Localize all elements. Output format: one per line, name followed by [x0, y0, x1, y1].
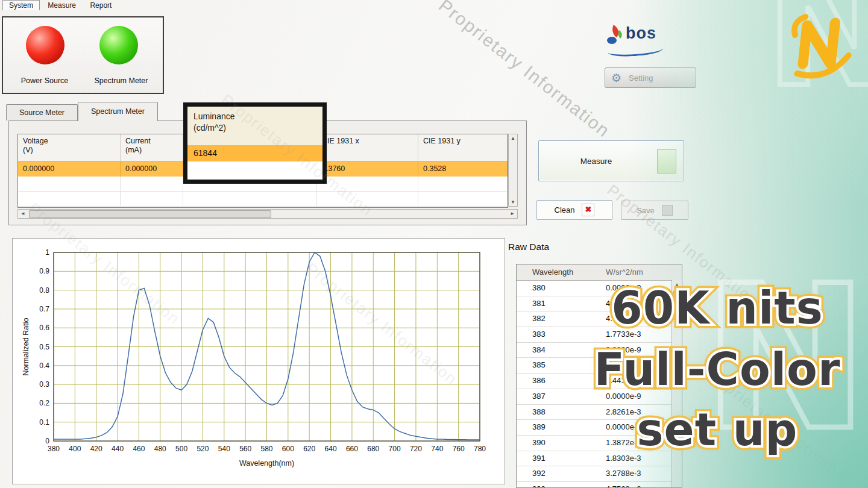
svg-text:0.8: 0.8 [39, 286, 49, 295]
luminance-value: 61844 [187, 145, 322, 161]
svg-text:740: 740 [431, 445, 443, 453]
brand-logo-text: bos [626, 24, 656, 43]
raw-data-row: 3862.4415e-3 [517, 374, 682, 389]
svg-text:560: 560 [239, 445, 251, 453]
svg-text:0.4: 0.4 [39, 361, 49, 370]
svg-text:700: 700 [389, 445, 401, 453]
measurement-cell: 0.000000 [121, 161, 183, 177]
save-button-icon [662, 205, 673, 216]
measure-button-label: Measure [539, 141, 653, 181]
power-source-label: Power Source [8, 77, 81, 85]
svg-text:520: 520 [197, 445, 209, 453]
svg-text:580: 580 [260, 445, 272, 453]
setting-button[interactable]: ⚙ Setting [605, 67, 696, 88]
luminance-callout-header: Luminance (cd/m^2) [187, 107, 322, 134]
svg-text:400: 400 [69, 445, 81, 453]
svg-text:600: 600 [282, 445, 294, 453]
setting-button-label: Setting [629, 74, 653, 83]
table-horizontal-scrollbar[interactable]: ◄ ► [17, 209, 518, 219]
intech-logo-icon [782, 7, 861, 80]
raw-data-row: 3831.7733e-3 [517, 327, 682, 343]
svg-text:540: 540 [218, 445, 230, 453]
giant-n-outline-watermark: N [766, 0, 868, 108]
clean-button[interactable]: Clean ✖ [536, 200, 612, 220]
menu-item-measure[interactable]: Measure [42, 1, 82, 10]
iboson-logo-icon [606, 24, 623, 45]
scroll-up-icon[interactable]: ▲ [672, 282, 682, 287]
svg-text:0.7: 0.7 [39, 305, 49, 313]
save-button-label: Save [637, 206, 655, 215]
scroll-right-icon[interactable]: ► [508, 210, 517, 218]
measure-button-icon [657, 149, 676, 174]
tab-spectrum-meter[interactable]: Spectrum Meter [78, 102, 158, 121]
brand-swoosh [607, 43, 663, 58]
horizontal-scroll-thumb[interactable] [29, 210, 271, 218]
column-header-current[interactable]: Current(mA) [121, 134, 183, 161]
svg-text:380: 380 [48, 445, 60, 453]
table-vertical-scrollbar[interactable]: ▲ ▼ [508, 134, 518, 207]
svg-text:0.6: 0.6 [39, 324, 49, 332]
raw-data-column-wavelength: Wavelength [517, 264, 606, 280]
raw-data-row: 3901.3872e-3 [517, 436, 682, 451]
raw-data-row: 3800.0000e-9 [517, 281, 682, 296]
measure-button[interactable]: Measure [538, 140, 684, 181]
spectrum-meter-status-icon [99, 26, 138, 64]
svg-text:680: 680 [367, 445, 379, 453]
red-x-icon: ✖ [582, 204, 594, 216]
spectrum-meter-label: Spectrum Meter [83, 77, 160, 85]
raw-data-rows: 3800.0000e-93814.6176e-33824.9277e-33831… [517, 281, 682, 488]
raw-data-row: 3824.9277e-3 [517, 311, 682, 327]
raw-data-row: 3870.0000e-9 [517, 389, 682, 405]
power-source-status-icon [26, 26, 64, 64]
app-window: System Measure Report Power Source Spect… [0, 0, 868, 488]
column-header-cie-1931-x[interactable]: CIE 1931 x [317, 134, 418, 161]
raw-data-title: Raw Data [508, 242, 549, 252]
scroll-down-icon[interactable]: ▼ [509, 199, 517, 205]
watermark-text: Proprietary Information [700, 361, 859, 488]
save-button[interactable]: Save [621, 201, 688, 220]
raw-data-header: Wavelength W/sr^2/nm [517, 264, 682, 281]
svg-text:640: 640 [325, 445, 337, 453]
svg-text:0.1: 0.1 [39, 418, 49, 427]
svg-text:720: 720 [410, 445, 422, 453]
svg-text:780: 780 [474, 445, 486, 453]
svg-text:0.3: 0.3 [39, 380, 49, 389]
svg-text:660: 660 [346, 445, 358, 453]
raw-data-row: 3882.8261e-3 [517, 405, 682, 421]
raw-data-table: Wavelength W/sr^2/nm 3800.0000e-93814.61… [516, 264, 682, 488]
menu-item-system[interactable]: System [2, 0, 40, 10]
svg-text:0.5: 0.5 [39, 343, 49, 351]
raw-scroll-thumb[interactable] [673, 291, 681, 320]
raw-data-row: 3923.2788e-3 [517, 466, 682, 482]
column-header-cie-1931-y[interactable]: CIE 1931 y [418, 134, 508, 161]
svg-text:460: 460 [133, 445, 145, 453]
raw-data-row: 3814.6176e-3 [517, 296, 682, 312]
scroll-up-icon[interactable]: ▲ [509, 136, 517, 141]
svg-text:0: 0 [45, 437, 49, 445]
brand-logo: bos [606, 24, 656, 45]
column-header-voltage[interactable]: Voltage(V) [18, 134, 121, 161]
gear-icon: ⚙ [611, 72, 621, 84]
svg-text:Normalized Ratio: Normalized Ratio [22, 318, 30, 376]
giant-n-outline-watermark: N [702, 259, 868, 458]
luminance-callout: Luminance (cd/m^2) 61844 [183, 102, 327, 184]
raw-data-row: 3890.0000e-9 [517, 420, 682, 436]
empty-table-row [18, 192, 508, 207]
raw-data-scrollbar[interactable]: ▲ [671, 280, 682, 487]
raw-data-row: 3911.8303e-3 [517, 451, 682, 467]
raw-data-row: 3853.1307e-3 [517, 358, 682, 374]
svg-text:440: 440 [112, 445, 124, 453]
luminance-callout-title: Luminance [193, 111, 322, 122]
tab-source-meter[interactable]: Source Meter [6, 104, 78, 120]
spectrum-chart: 3804004204404604805005205405605806006206… [13, 239, 505, 484]
luminance-callout-footer [187, 161, 322, 180]
svg-text:0.2: 0.2 [39, 399, 49, 407]
raw-data-row: 3840.0000e-9 [517, 343, 682, 358]
spectrum-chart-panel: 3804004204404604805005205405605806006206… [12, 238, 505, 484]
luminance-callout-unit: (cd/m^2) [193, 122, 322, 134]
menu-item-report[interactable]: Report [84, 1, 118, 10]
svg-text:420: 420 [90, 445, 102, 453]
svg-text:760: 760 [453, 445, 465, 453]
menubar: System Measure Report [2, 0, 118, 11]
scroll-left-icon[interactable]: ◄ [18, 210, 28, 218]
